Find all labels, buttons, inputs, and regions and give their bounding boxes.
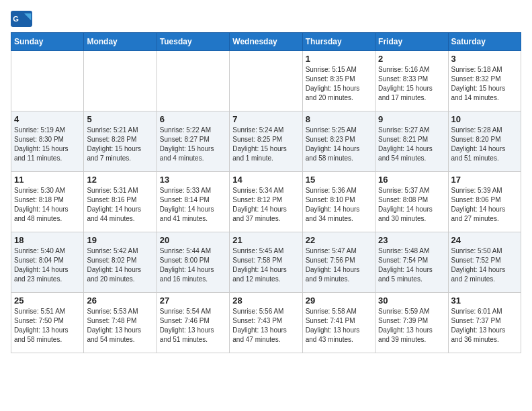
logo: G [11,11,35,27]
header: G [11,11,521,27]
day-number: 31 [451,295,518,306]
day-info: Sunrise: 5:40 AM Sunset: 8:04 PM Dayligh… [14,246,81,284]
day-info: Sunrise: 5:58 AM Sunset: 7:41 PM Dayligh… [306,307,372,345]
calendar-cell: 6Sunrise: 5:22 AM Sunset: 8:27 PM Daylig… [157,111,229,172]
calendar-cell: 5Sunrise: 5:21 AM Sunset: 8:28 PM Daylig… [84,111,157,172]
day-number: 30 [378,295,445,306]
day-info: Sunrise: 5:48 AM Sunset: 7:54 PM Dayligh… [378,246,445,284]
calendar-cell: 18Sunrise: 5:40 AM Sunset: 8:04 PM Dayli… [11,232,84,293]
day-info: Sunrise: 5:16 AM Sunset: 8:33 PM Dayligh… [378,65,445,103]
day-info: Sunrise: 5:36 AM Sunset: 8:10 PM Dayligh… [306,186,372,224]
svg-text:G: G [13,15,19,23]
header-monday: Monday [84,33,157,51]
day-number: 8 [306,114,372,124]
day-info: Sunrise: 5:28 AM Sunset: 8:20 PM Dayligh… [451,126,518,163]
calendar-cell: 9Sunrise: 5:27 AM Sunset: 8:21 PM Daylig… [375,111,448,172]
calendar-cell: 20Sunrise: 5:44 AM Sunset: 8:00 PM Dayli… [157,232,229,293]
day-info: Sunrise: 5:39 AM Sunset: 8:06 PM Dayligh… [451,186,518,224]
header-row: SundayMondayTuesdayWednesdayThursdayFrid… [11,33,521,51]
day-info: Sunrise: 5:18 AM Sunset: 8:32 PM Dayligh… [451,65,518,103]
calendar-cell: 28Sunrise: 5:56 AM Sunset: 7:43 PM Dayli… [230,293,302,353]
day-info: Sunrise: 5:21 AM Sunset: 8:28 PM Dayligh… [87,126,153,163]
day-number: 28 [232,295,299,306]
header-sunday: Sunday [11,33,84,51]
day-number: 27 [160,295,226,306]
day-number: 21 [232,235,299,245]
day-info: Sunrise: 5:50 AM Sunset: 7:52 PM Dayligh… [451,246,518,284]
calendar-cell: 31Sunrise: 6:01 AM Sunset: 7:37 PM Dayli… [448,293,521,353]
day-number: 6 [160,114,226,124]
week-row-1: 1Sunrise: 5:15 AM Sunset: 8:35 PM Daylig… [11,51,521,111]
calendar-cell: 27Sunrise: 5:54 AM Sunset: 7:46 PM Dayli… [157,293,229,353]
day-number: 1 [306,54,372,64]
day-info: Sunrise: 5:51 AM Sunset: 7:50 PM Dayligh… [14,307,81,345]
calendar-cell [230,51,302,111]
calendar-cell [11,51,84,111]
day-info: Sunrise: 5:42 AM Sunset: 8:02 PM Dayligh… [87,246,153,284]
day-info: Sunrise: 5:27 AM Sunset: 8:21 PM Dayligh… [378,126,445,163]
header-tuesday: Tuesday [157,33,229,51]
day-number: 12 [87,175,153,185]
day-info: Sunrise: 5:31 AM Sunset: 8:16 PM Dayligh… [87,186,153,224]
day-info: Sunrise: 5:24 AM Sunset: 8:25 PM Dayligh… [232,126,299,163]
header-thursday: Thursday [302,33,375,51]
day-info: Sunrise: 5:19 AM Sunset: 8:30 PM Dayligh… [14,126,81,163]
day-number: 22 [306,235,372,245]
day-number: 29 [306,295,372,306]
week-row-4: 18Sunrise: 5:40 AM Sunset: 8:04 PM Dayli… [11,232,521,293]
calendar-cell: 7Sunrise: 5:24 AM Sunset: 8:25 PM Daylig… [230,111,302,172]
calendar-cell: 19Sunrise: 5:42 AM Sunset: 8:02 PM Dayli… [84,232,157,293]
day-number: 3 [451,54,518,64]
calendar-cell: 29Sunrise: 5:58 AM Sunset: 7:41 PM Dayli… [302,293,375,353]
day-info: Sunrise: 5:15 AM Sunset: 8:35 PM Dayligh… [306,65,372,103]
day-info: Sunrise: 5:45 AM Sunset: 7:58 PM Dayligh… [232,246,299,284]
calendar-cell [157,51,229,111]
week-row-3: 11Sunrise: 5:30 AM Sunset: 8:18 PM Dayli… [11,172,521,232]
day-info: Sunrise: 5:33 AM Sunset: 8:14 PM Dayligh… [160,186,226,224]
day-number: 2 [378,54,445,64]
calendar-cell: 30Sunrise: 5:59 AM Sunset: 7:39 PM Dayli… [375,293,448,353]
day-number: 14 [232,175,299,185]
day-number: 4 [14,114,81,124]
day-number: 9 [378,114,445,124]
day-number: 20 [160,235,226,245]
header-saturday: Saturday [448,33,521,51]
day-info: Sunrise: 5:53 AM Sunset: 7:48 PM Dayligh… [87,307,153,345]
day-number: 26 [87,295,153,306]
calendar-cell: 23Sunrise: 5:48 AM Sunset: 7:54 PM Dayli… [375,232,448,293]
calendar-cell: 11Sunrise: 5:30 AM Sunset: 8:18 PM Dayli… [11,172,84,232]
day-info: Sunrise: 5:34 AM Sunset: 8:12 PM Dayligh… [232,186,299,224]
day-info: Sunrise: 5:22 AM Sunset: 8:27 PM Dayligh… [160,126,226,163]
day-info: Sunrise: 5:59 AM Sunset: 7:39 PM Dayligh… [378,307,445,345]
day-number: 16 [378,175,445,185]
day-number: 7 [232,114,299,124]
calendar-cell: 17Sunrise: 5:39 AM Sunset: 8:06 PM Dayli… [448,172,521,232]
day-number: 18 [14,235,81,245]
day-info: Sunrise: 5:30 AM Sunset: 8:18 PM Dayligh… [14,186,81,224]
header-friday: Friday [375,33,448,51]
day-number: 17 [451,175,518,185]
day-number: 23 [378,235,445,245]
calendar-cell: 25Sunrise: 5:51 AM Sunset: 7:50 PM Dayli… [11,293,84,353]
calendar-cell: 22Sunrise: 5:47 AM Sunset: 7:56 PM Dayli… [302,232,375,293]
day-number: 11 [14,175,81,185]
day-info: Sunrise: 5:37 AM Sunset: 8:08 PM Dayligh… [378,186,445,224]
day-number: 19 [87,235,153,245]
day-info: Sunrise: 5:44 AM Sunset: 8:00 PM Dayligh… [160,246,226,284]
calendar-cell: 2Sunrise: 5:16 AM Sunset: 8:33 PM Daylig… [375,51,448,111]
calendar-cell: 26Sunrise: 5:53 AM Sunset: 7:48 PM Dayli… [84,293,157,353]
calendar-cell: 15Sunrise: 5:36 AM Sunset: 8:10 PM Dayli… [302,172,375,232]
calendar-body: 1Sunrise: 5:15 AM Sunset: 8:35 PM Daylig… [11,51,521,353]
calendar-cell: 3Sunrise: 5:18 AM Sunset: 8:32 PM Daylig… [448,51,521,111]
day-number: 5 [87,114,153,124]
day-number: 15 [306,175,372,185]
calendar-cell: 12Sunrise: 5:31 AM Sunset: 8:16 PM Dayli… [84,172,157,232]
day-number: 13 [160,175,226,185]
calendar-cell: 8Sunrise: 5:25 AM Sunset: 8:23 PM Daylig… [302,111,375,172]
day-info: Sunrise: 5:54 AM Sunset: 7:46 PM Dayligh… [160,307,226,345]
calendar-cell: 4Sunrise: 5:19 AM Sunset: 8:30 PM Daylig… [11,111,84,172]
calendar-cell: 21Sunrise: 5:45 AM Sunset: 7:58 PM Dayli… [230,232,302,293]
header-wednesday: Wednesday [230,33,302,51]
week-row-5: 25Sunrise: 5:51 AM Sunset: 7:50 PM Dayli… [11,293,521,353]
calendar-cell: 14Sunrise: 5:34 AM Sunset: 8:12 PM Dayli… [230,172,302,232]
